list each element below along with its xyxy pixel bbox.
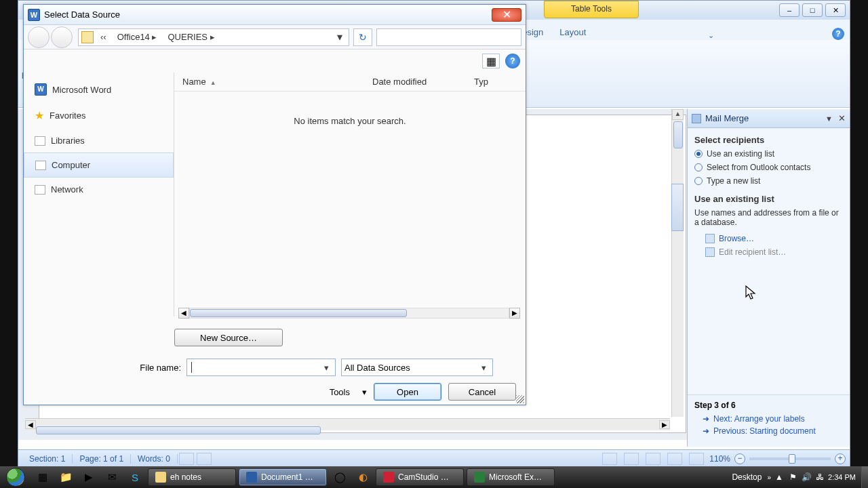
file-list-area[interactable]: Name▲ Date modified Typ No items match y… xyxy=(174,73,526,317)
file-name-label: File name: xyxy=(32,363,181,373)
tab-layout[interactable]: Layout xyxy=(551,24,594,40)
desktop-chevron-icon[interactable]: » xyxy=(767,474,771,481)
column-date[interactable]: Date modified xyxy=(364,77,466,87)
radio-type-new-list[interactable]: Type a new list xyxy=(694,176,843,186)
skype-icon[interactable]: S xyxy=(125,468,145,486)
cancel-button[interactable]: Cancel xyxy=(448,383,516,401)
outlook-icon[interactable]: ✉ xyxy=(102,468,122,486)
taskpane-collapse-handle[interactable] xyxy=(671,184,684,231)
start-button[interactable] xyxy=(0,466,31,488)
nav-item-word[interactable]: WMicrosoft Word xyxy=(24,77,174,102)
file-name-combo[interactable]: ▾ xyxy=(186,359,336,376)
show-desktop-peek-icon[interactable]: ▦ xyxy=(33,468,53,486)
zoom-slider[interactable] xyxy=(749,458,831,460)
refresh-button[interactable]: ↻ xyxy=(353,28,372,46)
section-select-recipients: Select recipients xyxy=(694,135,843,145)
browse-link[interactable]: Browse… xyxy=(705,234,843,243)
spell-check-icon[interactable] xyxy=(179,453,194,465)
tray-volume-icon[interactable]: 🔊 xyxy=(801,472,812,483)
file-type-filter[interactable]: All Data Sources▾ xyxy=(341,359,493,376)
nav-item-computer[interactable]: Computer xyxy=(24,152,174,178)
tray-network-icon[interactable]: 🖧 xyxy=(814,472,825,483)
table-tools-contextual-tab[interactable]: Table Tools xyxy=(544,1,639,18)
macro-record-icon[interactable] xyxy=(197,453,212,465)
taskpane-menu-chevron-icon[interactable]: ▼ xyxy=(825,115,833,123)
status-words[interactable]: Words: 0 xyxy=(131,454,178,464)
zoom-out-button[interactable]: − xyxy=(734,453,745,464)
radio-outlook-contacts[interactable]: Select from Outlook contacts xyxy=(694,163,843,172)
breadcrumb-office14[interactable]: Office14 xyxy=(112,32,163,42)
chrome-icon[interactable]: ◯ xyxy=(330,468,350,486)
nav-item-network[interactable]: Network xyxy=(24,178,174,201)
nav-item-libraries[interactable]: Libraries xyxy=(24,129,174,152)
nav-forward-button[interactable] xyxy=(51,26,73,48)
open-button[interactable]: Open xyxy=(374,383,441,401)
task-excel[interactable]: Microsoft Ex… xyxy=(467,468,555,486)
mail-merge-task-pane: Mail Merge ▼ ✕ Select recipients Use an … xyxy=(687,109,850,447)
camstudio-icon xyxy=(383,472,394,483)
desktop-toolbar[interactable]: Desktop xyxy=(732,472,762,482)
nav-item-favorites[interactable]: ★Favorites xyxy=(24,102,174,129)
letterbox-right xyxy=(850,0,868,466)
dialog-help-icon[interactable]: ? xyxy=(505,54,520,68)
column-name[interactable]: Name▲ xyxy=(174,77,364,87)
resize-grip-icon[interactable] xyxy=(516,395,524,403)
close-button[interactable]: ✕ xyxy=(825,3,846,17)
task-eh-notes[interactable]: eh notes xyxy=(148,468,236,486)
explorer-icon[interactable]: 📁 xyxy=(56,468,76,486)
file-list-hscroll[interactable]: ◀ ▶ xyxy=(178,307,520,319)
tray-overflow-icon[interactable]: ▲ xyxy=(774,472,785,483)
ribbon-minimize-chevron-icon[interactable]: ⌄ xyxy=(708,31,714,40)
column-type[interactable]: Typ xyxy=(466,77,496,87)
outline-view-icon[interactable] xyxy=(667,453,682,465)
vertical-scrollbar[interactable]: ▲ xyxy=(671,109,684,417)
word-doc-icon: W xyxy=(35,83,47,96)
scroll-thumb[interactable] xyxy=(673,121,683,148)
show-desktop-button[interactable] xyxy=(861,466,868,488)
scroll-right-arrow-icon[interactable]: ▶ xyxy=(659,420,670,429)
sort-asc-icon: ▲ xyxy=(210,79,216,86)
media-player-icon[interactable]: ▶ xyxy=(79,468,99,486)
horizontal-scrollbar[interactable]: ◀ ▶ xyxy=(25,418,670,430)
address-bar[interactable]: Office14 QUERIES ▾ xyxy=(78,28,349,46)
firefox-icon[interactable]: ◐ xyxy=(353,468,373,486)
search-box[interactable] xyxy=(376,28,521,46)
print-layout-view-icon[interactable] xyxy=(602,453,617,465)
breadcrumb-queries[interactable]: QUERIES xyxy=(162,32,220,42)
scroll-up-arrow-icon[interactable]: ▲ xyxy=(672,109,684,120)
next-step-link[interactable]: ➜Next: Arrange your labels xyxy=(703,414,843,424)
task-camstudio[interactable]: CamStudio … xyxy=(376,468,464,486)
nav-back-button[interactable] xyxy=(28,26,50,48)
view-options-icon[interactable]: ▦ xyxy=(482,54,500,68)
filename-dropdown-icon[interactable]: ▾ xyxy=(320,363,332,373)
scroll-left-arrow-icon[interactable]: ◀ xyxy=(25,420,36,429)
scroll-left-icon[interactable]: ◀ xyxy=(178,308,189,319)
tray-flag-icon[interactable]: ⚑ xyxy=(787,472,798,483)
address-dropdown-icon[interactable]: ▾ xyxy=(334,30,346,43)
zoom-in-button[interactable]: + xyxy=(835,453,846,464)
prev-step-link[interactable]: ➜Previous: Starting document xyxy=(703,426,843,436)
dialog-close-button[interactable]: ✕ xyxy=(492,8,521,22)
file-scroll-thumb[interactable] xyxy=(190,309,407,317)
radio-use-existing-list[interactable]: Use an existing list xyxy=(694,149,843,159)
tools-dropdown[interactable]: Tools▾ xyxy=(330,387,367,397)
full-screen-view-icon[interactable] xyxy=(624,453,639,465)
radio-icon xyxy=(694,163,703,171)
taskpane-close-icon[interactable]: ✕ xyxy=(838,113,846,123)
scroll-right-icon[interactable]: ▶ xyxy=(509,308,520,319)
draft-view-icon[interactable] xyxy=(689,453,704,465)
edit-recipient-list-link[interactable]: Edit recipient list… xyxy=(705,247,843,257)
task-word-document1[interactable]: Document1 … xyxy=(239,468,327,486)
zoom-slider-knob[interactable] xyxy=(789,454,795,464)
scroll-h-thumb[interactable] xyxy=(36,426,321,434)
tray-clock[interactable]: 2:34 PM xyxy=(828,473,856,481)
help-icon[interactable]: ? xyxy=(832,28,844,40)
minimize-button[interactable]: – xyxy=(779,3,800,17)
new-source-button[interactable]: New Source… xyxy=(174,329,283,346)
web-layout-view-icon[interactable] xyxy=(646,453,660,465)
maximize-button[interactable]: □ xyxy=(802,3,823,17)
filter-dropdown-icon[interactable]: ▾ xyxy=(477,363,490,373)
status-page[interactable]: Page: 1 of 1 xyxy=(73,454,131,464)
zoom-level[interactable]: 110% xyxy=(709,454,730,464)
status-section[interactable]: Section: 1 xyxy=(22,454,73,464)
